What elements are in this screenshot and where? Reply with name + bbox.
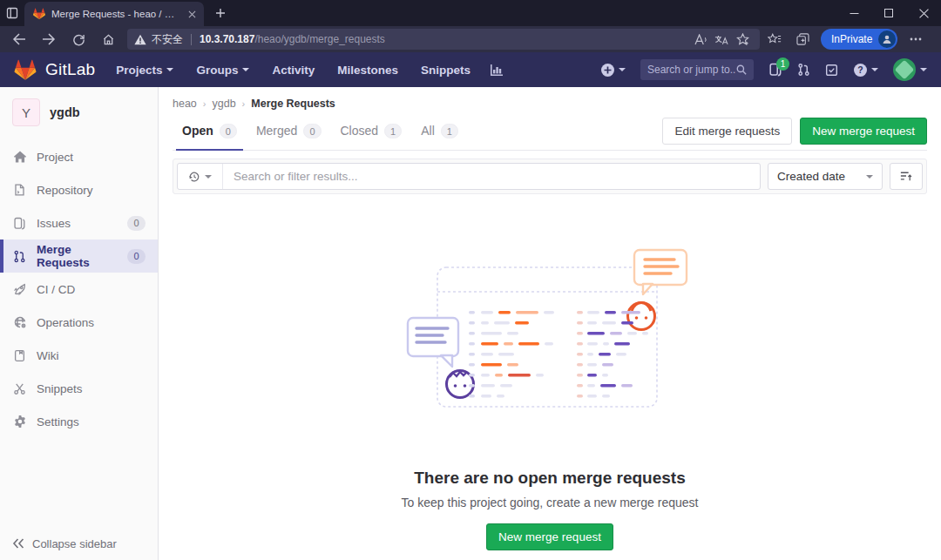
inprivate-badge[interactable]: InPrivate <box>821 29 897 50</box>
close-button[interactable] <box>906 0 941 26</box>
empty-state-title: There are no open merge requests <box>173 469 927 488</box>
filtered-search-input[interactable]: Search or filter results... <box>177 163 761 190</box>
new-merge-request-button[interactable]: New merge request <box>486 523 613 550</box>
count-badge: 1 <box>384 124 402 138</box>
sidebar-item-issues[interactable]: Issues0 <box>0 206 158 240</box>
chart-icon[interactable] <box>490 64 504 77</box>
sidebar-item-settings[interactable]: Settings <box>0 405 158 438</box>
issues-count-badge: 1 <box>776 57 789 71</box>
navbar-menu-milestones[interactable]: Milestones <box>337 64 398 77</box>
collections-icon[interactable] <box>789 28 816 51</box>
home-icon[interactable] <box>94 28 122 51</box>
global-search-input[interactable]: Search or jump to... <box>640 59 754 80</box>
sort-by-label: Created date <box>777 170 845 183</box>
tab-label: Closed <box>341 124 379 138</box>
mr-state-tabs-row: Open0Merged0Closed1All1 Edit merge reque… <box>173 111 927 151</box>
security-warning[interactable]: 不安全 <box>134 32 183 47</box>
breadcrumb-item[interactable]: heao <box>173 98 197 110</box>
browser-tab[interactable]: Merge Requests - heao / ygdb <box>24 2 204 26</box>
sidebar-item-snippets[interactable]: Snippets <box>0 372 158 405</box>
tab-merged[interactable]: Merged0 <box>247 111 331 150</box>
forward-icon[interactable] <box>35 28 63 51</box>
chevron-down-icon <box>619 68 626 75</box>
navbar-merge-request-button[interactable] <box>797 63 810 77</box>
navbar-menu-activity[interactable]: Activity <box>272 64 315 77</box>
tab-actions-icon <box>6 7 18 19</box>
chevron-down-icon <box>242 68 249 75</box>
rocket-icon <box>12 282 27 297</box>
mr-tabs: Open0Merged0Closed1All1 <box>173 111 468 150</box>
tab-closed[interactable]: Closed1 <box>331 111 412 150</box>
tab-label: Merged <box>256 124 297 138</box>
recent-searches-button[interactable] <box>178 164 223 189</box>
favorites-bar-icon[interactable] <box>762 28 788 51</box>
new-tab-button[interactable] <box>209 2 232 24</box>
navbar-issues-button[interactable]: 1 <box>768 63 782 77</box>
count-badge: 0 <box>127 249 146 264</box>
sidebar-item-label: Issues <box>37 217 71 230</box>
address-divider <box>191 34 192 45</box>
tab-label: All <box>421 124 435 138</box>
gitlab-navbar-right: Search or jump to... 1 ? <box>600 58 927 81</box>
sidebar-item-wiki[interactable]: Wiki <box>0 339 158 372</box>
browser-tab-strip: Merge Requests - heao / ygdb <box>0 0 941 26</box>
repository-icon <box>12 183 27 198</box>
chevron-down-icon <box>920 68 927 75</box>
filter-search-placeholder: Search or filter results... <box>223 170 358 183</box>
sidebar-item-operations[interactable]: Operations <box>0 306 158 339</box>
gitlab-wordmark[interactable]: GitLab <box>45 60 95 79</box>
avatar <box>893 58 916 81</box>
favorite-add-icon[interactable] <box>732 30 753 49</box>
count-badge: 0 <box>127 216 146 231</box>
more-icon[interactable] <box>903 28 929 51</box>
navbar-menu-snippets[interactable]: Snippets <box>421 64 470 77</box>
sidebar-item-repository[interactable]: Repository <box>0 173 158 206</box>
edit-merge-requests-button[interactable]: Edit merge requests <box>662 118 792 145</box>
browser-toolbar: 不安全 10.3.70.187/heao/ygdb/merge_requests… <box>0 26 941 52</box>
gitlab-logo-icon[interactable] <box>14 59 37 81</box>
wiki-icon <box>12 348 27 363</box>
count-badge: 0 <box>303 124 321 138</box>
global-search-placeholder: Search or jump to... <box>647 64 736 76</box>
refresh-icon[interactable] <box>64 28 92 51</box>
back-icon[interactable] <box>5 28 33 51</box>
navbar-menu-groups[interactable]: Groups <box>196 64 249 77</box>
tab-actions-button[interactable] <box>0 3 24 24</box>
new-merge-request-button[interactable]: New merge request <box>800 118 927 145</box>
sidebar-item-label: Operations <box>37 316 94 329</box>
tab-open[interactable]: Open0 <box>173 111 247 150</box>
sort-by-dropdown[interactable]: Created date <box>768 163 883 190</box>
user-menu[interactable] <box>893 58 927 81</box>
breadcrumb-item: Merge Requests <box>251 98 335 110</box>
history-icon <box>188 171 200 183</box>
tab-all[interactable]: All1 <box>411 111 468 150</box>
breadcrumb: heao›ygdb›Merge Requests <box>173 87 927 111</box>
search-icon <box>736 64 747 75</box>
maximize-button[interactable] <box>871 0 906 26</box>
sort-direction-button[interactable] <box>890 163 923 190</box>
browser-tab-title: Merge Requests - heao / ygdb <box>51 9 179 19</box>
address-bar[interactable]: 不安全 10.3.70.187/heao/ygdb/merge_requests <box>127 29 760 50</box>
operations-icon <box>12 315 27 330</box>
sidebar-item-merge-requests[interactable]: Merge Requests0 <box>0 240 158 273</box>
tab-close-icon[interactable] <box>185 7 199 21</box>
count-badge: 1 <box>441 124 458 138</box>
todos-button[interactable] <box>825 64 838 77</box>
sidebar-item-project[interactable]: Project <box>0 140 158 173</box>
project-name: ygdb <box>50 105 80 119</box>
merge-requests-page: heao›ygdb›Merge Requests Open0Merged0Clo… <box>159 87 941 560</box>
read-aloud-icon[interactable] <box>690 30 711 49</box>
sidebar-item-ci-cd[interactable]: CI / CD <box>0 273 158 306</box>
url-path: /heao/ygdb/merge_requests <box>254 33 384 45</box>
minimize-button[interactable] <box>836 0 871 26</box>
help-menu[interactable]: ? <box>853 63 878 78</box>
breadcrumb-item[interactable]: ygdb <box>212 98 235 110</box>
plus-menu[interactable] <box>600 63 626 78</box>
empty-state-subtitle: To keep this project going, create a new… <box>173 496 927 509</box>
sidebar-item-label: Merge Requests <box>37 243 118 269</box>
project-header[interactable]: Y ygdb <box>0 87 158 133</box>
collapse-sidebar-button[interactable]: Collapse sidebar <box>0 527 158 560</box>
issues-icon <box>12 216 27 231</box>
navbar-menu-projects[interactable]: Projects <box>116 64 173 77</box>
translate-icon[interactable] <box>711 30 732 49</box>
